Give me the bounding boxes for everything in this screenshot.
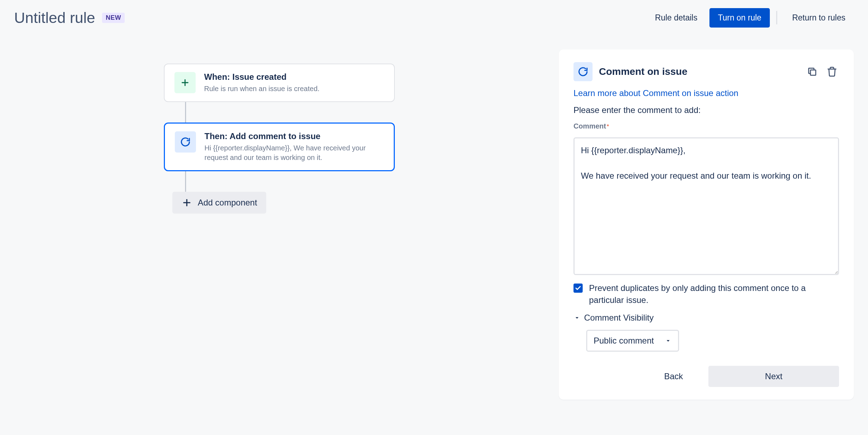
connector-line (185, 171, 186, 192)
plus-icon (174, 72, 196, 93)
trigger-desc: Rule is run when an issue is created. (204, 84, 384, 94)
delete-button[interactable] (825, 65, 839, 79)
visibility-select[interactable]: Public comment (586, 330, 679, 352)
comment-textarea[interactable] (573, 137, 839, 275)
action-title: Then: Add comment to issue (204, 131, 384, 141)
new-badge: NEW (102, 13, 125, 23)
prevent-duplicates-row: Prevent duplicates by only adding this c… (573, 282, 839, 306)
panel-header: Comment on issue (573, 62, 839, 81)
check-icon (575, 285, 581, 291)
page-header: Untitled rule NEW Rule details Turn on r… (0, 0, 868, 35)
header-actions: Rule details Turn on rule Return to rule… (647, 8, 854, 28)
panel-footer: Back Next (573, 366, 839, 387)
divider (776, 11, 777, 24)
plus-icon (182, 197, 192, 208)
next-button[interactable]: Next (708, 366, 839, 387)
add-component-label: Add component (198, 198, 257, 208)
action-desc: Hi {{reporter.displayName}}, We have rec… (204, 143, 384, 162)
header-left: Untitled rule NEW (14, 9, 125, 26)
return-to-rules-button[interactable]: Return to rules (784, 8, 854, 28)
comment-field-label: Comment (573, 122, 606, 130)
refresh-icon (573, 62, 593, 81)
svg-rect-4 (810, 70, 816, 75)
rule-details-button[interactable]: Rule details (647, 8, 706, 28)
panel-instruction: Please enter the comment to add: (573, 105, 839, 115)
chevron-down-icon (573, 314, 581, 321)
main-content: When: Issue created Rule is run when an … (0, 35, 868, 414)
visibility-label: Comment Visibility (584, 313, 654, 323)
comment-visibility-toggle[interactable]: Comment Visibility (573, 313, 839, 323)
prevent-duplicates-label: Prevent duplicates by only adding this c… (589, 282, 839, 306)
turn-on-rule-button[interactable]: Turn on rule (709, 8, 770, 28)
duplicate-button[interactable] (805, 65, 819, 79)
chevron-down-icon (665, 337, 672, 344)
back-button[interactable]: Back (646, 366, 701, 387)
rule-title: Untitled rule (14, 9, 95, 26)
connector-line (185, 102, 186, 123)
panel-title: Comment on issue (599, 66, 799, 77)
trigger-title: When: Issue created (204, 72, 384, 82)
config-panel: Comment on issue Learn more about Commen… (559, 49, 854, 400)
required-asterisk: * (607, 124, 609, 130)
copy-icon (807, 66, 818, 77)
visibility-value: Public comment (594, 336, 654, 346)
action-node[interactable]: Then: Add comment to issue Hi {{reporter… (164, 123, 395, 171)
trigger-node[interactable]: When: Issue created Rule is run when an … (164, 64, 395, 102)
flow-column: When: Issue created Rule is run when an … (14, 49, 545, 400)
add-component-button[interactable]: Add component (172, 192, 266, 214)
trash-icon (827, 66, 837, 77)
refresh-icon (175, 131, 196, 153)
learn-more-link[interactable]: Learn more about Comment on issue action (573, 88, 839, 98)
prevent-duplicates-checkbox[interactable] (573, 284, 583, 293)
